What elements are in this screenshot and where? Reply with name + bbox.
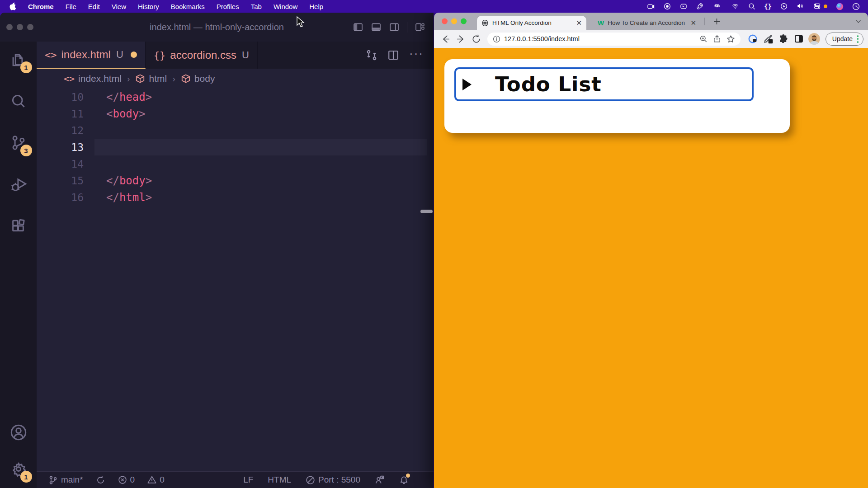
code-line-13[interactable]: 13 — [37, 139, 434, 155]
customize-layout-icon[interactable] — [415, 22, 425, 32]
activity-item-explorer[interactable]: 1 — [10, 52, 27, 70]
window-resize-handle[interactable] — [420, 210, 433, 213]
new-tab-button[interactable] — [710, 13, 723, 30]
code-line-11[interactable]: 11<body> — [37, 105, 434, 122]
profile-avatar[interactable] — [808, 33, 820, 45]
editor-tab-index.html[interactable]: <>index.htmlU — [37, 42, 146, 69]
breadcrumb-item[interactable]: html — [135, 73, 167, 84]
battery-charging-icon[interactable] — [712, 4, 722, 9]
chrome-tab-inactive[interactable]: W How To Create an Accordion ✕ — [593, 16, 701, 30]
video-camera-icon[interactable] — [679, 3, 688, 9]
site-info-icon[interactable] — [493, 35, 500, 43]
activity-item-settings[interactable]: 1 — [10, 461, 27, 479]
update-chrome-button[interactable]: Update — [826, 33, 863, 46]
zoom-window-button[interactable] — [27, 24, 33, 30]
forward-button[interactable] — [454, 32, 467, 46]
activity-item-accounts[interactable] — [10, 424, 27, 443]
modified-dot-icon[interactable] — [131, 52, 137, 58]
close-window-button[interactable] — [442, 19, 448, 24]
menu-item-tab[interactable]: Tab — [245, 3, 268, 10]
more-actions-icon[interactable]: ··· — [409, 51, 424, 59]
bell-icon[interactable] — [399, 475, 409, 485]
chevron-down-icon[interactable] — [855, 13, 862, 30]
braces-icon: {} — [154, 50, 166, 61]
code-editor[interactable]: 10</head>11<body>12131415</body>16</html… — [37, 89, 434, 471]
code-line-12[interactable]: 12 — [37, 122, 434, 139]
status-item-main-[interactable]: main* — [48, 475, 83, 485]
panel-right-icon[interactable] — [389, 22, 400, 32]
details-marker-icon — [462, 79, 472, 90]
control-center-icon[interactable] — [813, 3, 821, 9]
green-dots-menu-icon — [857, 35, 859, 43]
panel-bottom-icon[interactable] — [371, 22, 382, 32]
menu-item-view[interactable]: View — [106, 3, 132, 10]
eyedropper-extension-icon[interactable] — [763, 34, 773, 44]
chrome-tab-active[interactable]: HTML Only Accordion ✕ — [477, 16, 586, 30]
url-text[interactable]: 127.0.0.1:5500/index.html — [504, 35, 694, 42]
menu-item-bookmarks[interactable]: Bookmarks — [165, 3, 211, 10]
zoom-window-button[interactable] — [461, 19, 467, 24]
status-item[interactable] — [96, 475, 105, 485]
menu-item-history[interactable]: History — [132, 3, 165, 10]
close-window-button[interactable] — [6, 24, 13, 30]
minimize-window-button[interactable] — [451, 19, 457, 24]
activity-item-extensions[interactable] — [10, 218, 27, 236]
status-item-lf[interactable]: LF — [243, 475, 253, 485]
siri-icon[interactable] — [836, 3, 844, 10]
breadcrumb-item[interactable]: <>index.html — [64, 73, 122, 84]
reload-button[interactable] — [469, 32, 483, 46]
star-bookmark-icon[interactable] — [726, 35, 735, 43]
status-item[interactable] — [375, 475, 385, 485]
code-line-16[interactable]: 16</html> — [37, 189, 434, 206]
status-item-html[interactable]: HTML — [268, 475, 291, 485]
minimize-window-button[interactable] — [17, 24, 23, 30]
editor-tab-accordion.css[interactable]: {}accordion.cssU — [146, 42, 258, 69]
feedback-icon — [375, 475, 385, 485]
code-line-15[interactable]: 15</body> — [37, 172, 434, 189]
menu-item-file[interactable]: File — [60, 3, 82, 10]
code-line-10[interactable]: 10</head> — [37, 89, 434, 105]
status-item-0[interactable]: 0 — [118, 475, 135, 485]
status-item-port-5500[interactable]: Port : 5500 — [306, 475, 360, 485]
back-button[interactable] — [439, 32, 452, 46]
play-circle-icon[interactable] — [780, 3, 788, 10]
wifi-icon[interactable] — [731, 3, 740, 9]
menu-item-profiles[interactable]: Profiles — [211, 3, 245, 10]
password-extension-icon[interactable] — [748, 34, 758, 44]
apple-menu-icon[interactable] — [6, 2, 22, 10]
menu-item-window[interactable]: Window — [268, 3, 303, 10]
code-line-14[interactable]: 14 — [37, 155, 434, 172]
vscode-window-controls[interactable] — [6, 24, 33, 30]
share-icon[interactable] — [713, 35, 721, 43]
close-tab-icon[interactable]: ✕ — [690, 19, 696, 26]
menu-item-chrome[interactable]: Chrome — [22, 3, 60, 10]
activity-item-search[interactable] — [10, 93, 27, 111]
breadcrumb-item[interactable]: body — [181, 73, 215, 84]
vscode-titlebar[interactable]: index.html — html-only-accordion — [0, 13, 434, 42]
braces-icon[interactable]: {} — [764, 3, 772, 10]
screen-capture-icon[interactable] — [646, 3, 655, 10]
accordion-summary[interactable]: Todo List — [454, 67, 754, 101]
address-bar[interactable]: 127.0.0.1:5500/index.html — [487, 33, 741, 46]
split-editor-icon[interactable] — [387, 49, 399, 61]
open-changes-icon[interactable] — [366, 49, 377, 61]
tab-title: How To Create an Accordion — [608, 19, 687, 26]
chrome-window-controls[interactable] — [442, 19, 467, 24]
status-item-0[interactable]: 0 — [147, 475, 165, 485]
activity-item-run-debug[interactable] — [10, 176, 27, 194]
side-panel-icon[interactable] — [794, 34, 804, 44]
clock-icon[interactable] — [852, 3, 860, 10]
rocket-icon[interactable] — [696, 3, 703, 10]
menu-item-help[interactable]: Help — [303, 3, 329, 10]
menu-item-edit[interactable]: Edit — [82, 3, 106, 10]
menu-items: ChromeFileEditViewHistoryBookmarksProfil… — [22, 3, 329, 10]
spotlight-search-icon[interactable] — [748, 3, 755, 10]
activity-item-source-control[interactable]: 3 — [10, 135, 27, 153]
volume-icon[interactable] — [796, 3, 804, 9]
status-item[interactable] — [399, 475, 409, 485]
panel-left-icon[interactable] — [353, 22, 363, 32]
extensions-puzzle-icon[interactable] — [778, 34, 788, 44]
zoom-in-icon[interactable] — [699, 35, 708, 43]
close-tab-icon[interactable]: ✕ — [576, 19, 582, 26]
record-circle-icon[interactable] — [664, 3, 671, 10]
